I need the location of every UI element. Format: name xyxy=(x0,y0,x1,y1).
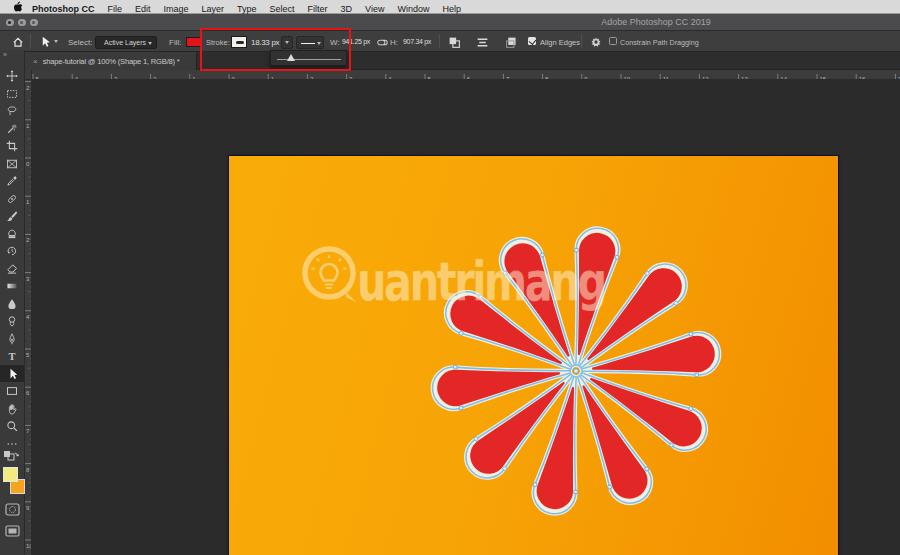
menu-3d[interactable]: 3D xyxy=(341,4,353,14)
menu-help[interactable]: Help xyxy=(442,4,461,14)
brush-tool[interactable] xyxy=(0,208,24,225)
macos-menu-bar: Photoshop CCFileEditImageLayerTypeSelect… xyxy=(0,0,900,14)
frame-icon xyxy=(6,158,18,170)
height-value[interactable]: 907.34 px xyxy=(403,38,431,45)
path-alignment-icon[interactable] xyxy=(476,36,489,49)
flower-shape[interactable] xyxy=(229,156,838,555)
separator xyxy=(439,34,440,48)
path-selection-tool-icon[interactable] xyxy=(39,36,51,48)
ruler-corner[interactable] xyxy=(25,70,32,80)
history-brush-tool[interactable] xyxy=(0,243,24,260)
select-label: Select: xyxy=(68,38,92,47)
separator xyxy=(581,34,582,48)
quick-mask-icon[interactable] xyxy=(5,503,20,516)
default-colors-icon[interactable] xyxy=(3,450,21,464)
path-arrangement-icon[interactable] xyxy=(505,36,518,49)
window-title: Adobe Photoshop CC 2019 xyxy=(601,17,711,27)
menu-layer[interactable]: Layer xyxy=(202,4,225,14)
close-tab-icon[interactable]: × xyxy=(33,57,38,66)
zoom-window-button[interactable] xyxy=(30,19,38,27)
marquee-tool[interactable] xyxy=(0,85,24,102)
crop-tool[interactable] xyxy=(0,138,24,155)
svg-text:3: 3 xyxy=(26,276,30,282)
menu-window[interactable]: Window xyxy=(397,4,429,14)
gradient-tool[interactable] xyxy=(0,278,24,295)
type-tool[interactable]: T xyxy=(0,348,24,365)
close-window-button[interactable] xyxy=(6,19,14,27)
select-mode-value: Active Layers xyxy=(104,39,146,46)
marquee-icon xyxy=(6,88,18,100)
menu-edit[interactable]: Edit xyxy=(135,4,151,14)
svg-text:2: 2 xyxy=(26,237,30,243)
document-viewport[interactable]: uantrimang xyxy=(32,80,900,555)
menu-filter[interactable]: Filter xyxy=(308,4,328,14)
pen-icon xyxy=(6,333,18,345)
photoshop-window: Photoshop CCFileEditImageLayerTypeSelect… xyxy=(0,0,900,555)
foreground-color-swatch[interactable] xyxy=(3,467,18,482)
minimize-window-button[interactable] xyxy=(18,19,26,27)
eyedropper-tool[interactable] xyxy=(0,173,24,190)
clone-stamp-tool[interactable] xyxy=(0,225,24,242)
eraser-tool[interactable] xyxy=(0,260,24,277)
lasso-tool[interactable] xyxy=(0,103,24,120)
history-brush-icon xyxy=(6,245,18,257)
crop-icon xyxy=(6,140,18,152)
svg-text:1: 1 xyxy=(26,123,30,129)
menu-select[interactable]: Select xyxy=(270,4,295,14)
svg-text:9: 9 xyxy=(26,505,30,511)
frame-tool[interactable] xyxy=(0,155,24,172)
path-operations-icon[interactable] xyxy=(448,36,461,49)
path-selection-icon xyxy=(6,368,18,380)
align-edges-checkbox[interactable] xyxy=(528,37,536,45)
menu-view[interactable]: View xyxy=(365,4,384,14)
vertical-ruler[interactable]: 21012345678910 xyxy=(25,80,32,555)
blur-icon xyxy=(6,298,18,310)
blur-tool[interactable] xyxy=(0,295,24,312)
hand-icon xyxy=(6,403,18,415)
move-tool[interactable] xyxy=(0,68,24,85)
svg-text:6: 6 xyxy=(26,390,30,396)
select-mode-dropdown[interactable]: Active Layers xyxy=(95,36,157,49)
tool-preset-caret-icon[interactable] xyxy=(54,40,58,43)
magic-wand-tool[interactable] xyxy=(0,120,24,137)
tools-palette: » T xyxy=(0,50,25,555)
document-tab-title: shape-tutorial @ 100% (Shape 1, RGB/8) * xyxy=(43,57,180,66)
gear-icon[interactable] xyxy=(590,36,602,48)
pen-tool[interactable] xyxy=(0,330,24,347)
type-icon: T xyxy=(6,350,18,362)
vertical-ruler-ticks: 21012345678910 xyxy=(25,80,32,555)
apple-icon[interactable] xyxy=(13,1,23,13)
path-selection-tool[interactable] xyxy=(0,365,24,382)
healing-brush-tool[interactable] xyxy=(0,190,24,207)
svg-text:8: 8 xyxy=(26,467,30,473)
zoom-icon xyxy=(6,420,18,432)
lasso-icon xyxy=(6,105,18,117)
hand-tool[interactable] xyxy=(0,400,24,417)
collapse-panel-icon[interactable]: » xyxy=(3,51,6,58)
menu-image[interactable]: Image xyxy=(164,4,189,14)
separator xyxy=(30,34,31,48)
document-tab[interactable]: × shape-tutorial @ 100% (Shape 1, RGB/8)… xyxy=(25,52,197,70)
menu-photoshop-cc[interactable]: Photoshop CC xyxy=(32,4,95,14)
dodge-icon xyxy=(6,315,18,327)
tool-options-bar: Select: Active Layers Fill: Stroke: 18.3… xyxy=(0,30,900,52)
constrain-path-checkbox[interactable] xyxy=(609,37,617,45)
shape-icon xyxy=(6,385,18,397)
eyedropper-icon xyxy=(6,175,18,187)
menu-file[interactable]: File xyxy=(108,4,123,14)
document-canvas[interactable]: uantrimang xyxy=(229,156,838,555)
height-label: H: xyxy=(390,38,398,47)
horizontal-ruler[interactable]: 5432101234567891011121314151617 xyxy=(32,70,900,80)
move-icon xyxy=(6,70,18,82)
edit-toolbar-icon xyxy=(6,438,18,450)
svg-text:1: 1 xyxy=(26,199,30,205)
dodge-tool[interactable] xyxy=(0,313,24,330)
screen-mode-icon[interactable] xyxy=(5,525,20,537)
zoom-tool[interactable] xyxy=(0,418,24,435)
link-dimensions-icon[interactable] xyxy=(377,38,388,47)
shape-tool[interactable] xyxy=(0,383,24,400)
clone-stamp-icon xyxy=(6,228,18,240)
home-icon[interactable] xyxy=(12,36,24,48)
menu-type[interactable]: Type xyxy=(237,4,257,14)
window-title-bar: Adobe Photoshop CC 2019 xyxy=(0,14,900,30)
